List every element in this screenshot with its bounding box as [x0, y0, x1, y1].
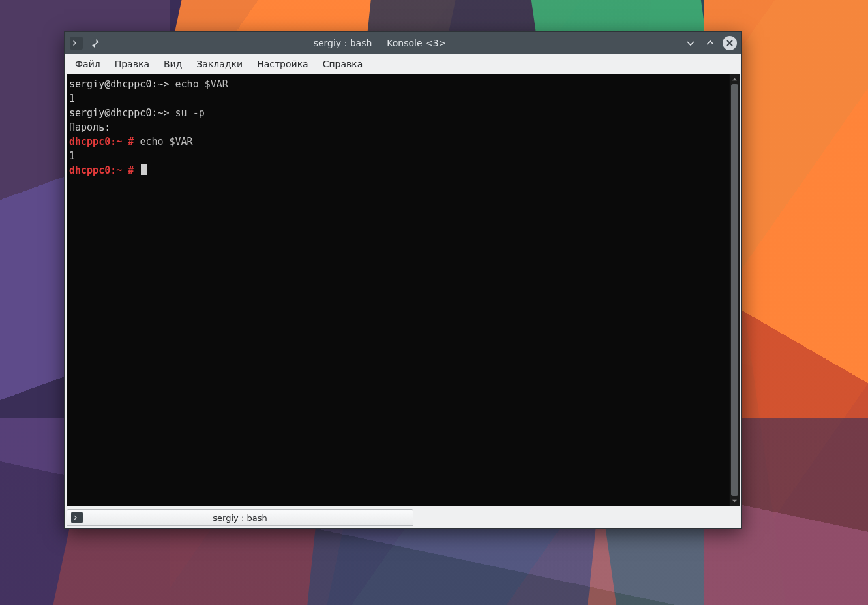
terminal-line: 1: [69, 91, 725, 106]
terminal-line: sergiy@dhcppc0:~> echo $VAR: [69, 77, 725, 91]
close-button[interactable]: [723, 36, 737, 50]
terminal-line: Пароль:: [69, 120, 725, 134]
scroll-up-button[interactable]: [730, 74, 740, 84]
menubar: Файл Правка Вид Закладки Настройка Справ…: [65, 54, 741, 74]
pin-icon[interactable]: [88, 36, 102, 50]
scroll-down-button[interactable]: [730, 496, 740, 506]
tab-label: sergiy : bash: [213, 513, 267, 523]
maximize-button[interactable]: [703, 36, 717, 50]
titlebar[interactable]: sergiy : bash — Konsole <3>: [65, 32, 741, 54]
tab-bar: sergiy : bash: [65, 508, 741, 528]
terminal-line: sergiy@dhcppc0:~> su -p: [69, 106, 725, 120]
cursor: [141, 164, 147, 175]
terminal-line: dhcppc0:~ #: [69, 163, 725, 178]
root-prompt: dhcppc0:~ #: [69, 164, 140, 176]
terminal-line: dhcppc0:~ # echo $VAR: [69, 134, 725, 149]
command-text: echo $VAR: [140, 136, 192, 147]
minimize-button[interactable]: [683, 36, 698, 50]
scrollbar[interactable]: [729, 74, 740, 506]
terminal-area: sergiy@dhcppc0:~> echo $VAR1sergiy@dhcpp…: [67, 74, 740, 506]
scroll-thumb[interactable]: [731, 84, 738, 496]
terminal-line: 1: [69, 149, 725, 163]
command-text: su -p: [175, 107, 205, 119]
command-text: echo $VAR: [175, 78, 228, 90]
menu-file[interactable]: Файл: [68, 56, 107, 72]
menu-bookmarks[interactable]: Закладки: [190, 56, 249, 72]
menu-settings[interactable]: Настройка: [250, 56, 315, 72]
window-title: sergiy : bash — Konsole <3>: [102, 38, 683, 48]
menu-view[interactable]: Вид: [157, 56, 188, 72]
menu-edit[interactable]: Правка: [108, 56, 156, 72]
terminal[interactable]: sergiy@dhcppc0:~> echo $VAR1sergiy@dhcpp…: [67, 74, 729, 506]
menu-help[interactable]: Справка: [316, 56, 370, 72]
desktop: sergiy : bash — Konsole <3> Файл Правка …: [0, 0, 868, 605]
terminal-icon: [71, 512, 83, 523]
root-prompt: dhcppc0:~ #: [69, 136, 140, 147]
user-prompt: sergiy@dhcppc0:~>: [69, 78, 175, 90]
app-icon: [70, 37, 83, 50]
konsole-window: sergiy : bash — Konsole <3> Файл Правка …: [64, 31, 742, 529]
tab-session[interactable]: sergiy : bash: [67, 509, 413, 526]
scroll-track[interactable]: [730, 84, 740, 496]
user-prompt: sergiy@dhcppc0:~>: [69, 107, 175, 119]
